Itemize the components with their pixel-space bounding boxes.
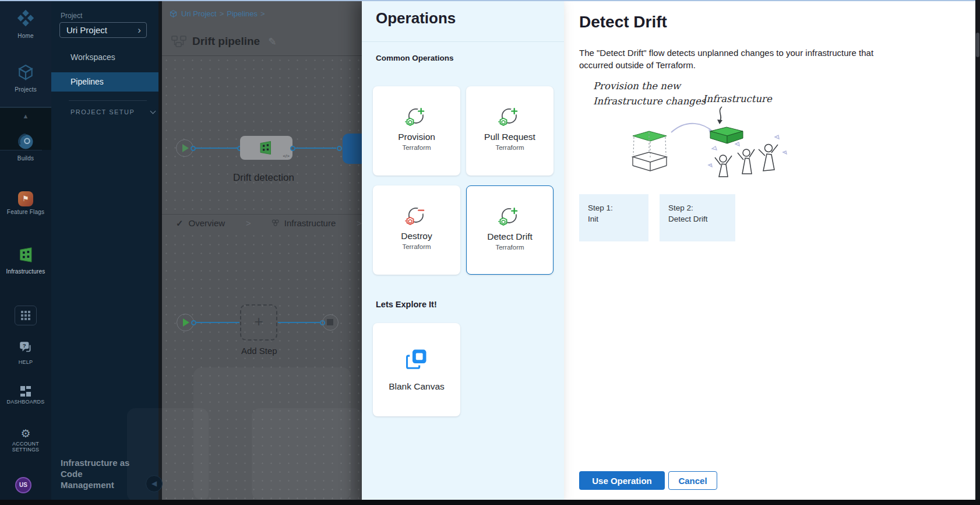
sidebar-item-label: Workspaces <box>70 52 115 62</box>
user-avatar[interactable]: US <box>15 477 31 493</box>
detail-title: Detect Drift <box>579 13 667 31</box>
operation-card-provision[interactable]: Provision Terraform <box>373 86 460 176</box>
detail-description: The "Detect Drift" flow detects unplanne… <box>579 47 882 71</box>
step-label: Step 1: <box>588 202 648 213</box>
connector-dot <box>191 146 196 151</box>
blank-canvas-card[interactable]: Blank Canvas <box>373 323 460 416</box>
connector-line <box>196 322 239 323</box>
illustration-label-right: Infrastructure <box>703 93 773 104</box>
sidebar-item-help[interactable]: ? HELP <box>0 341 51 365</box>
feature-flags-icon: ⚑ <box>18 191 33 206</box>
play-icon <box>182 144 189 152</box>
checkmark-icon: ✓ <box>176 218 184 229</box>
explore-heading: Lets Explore It! <box>376 300 437 309</box>
destroy-remove-icon <box>404 204 429 227</box>
step-label: Step 2: <box>668 202 735 213</box>
sidebar-item-workspaces[interactable]: Workspaces <box>51 48 158 67</box>
infrastructure-tab-icon <box>271 218 280 228</box>
connector-line <box>278 322 320 323</box>
sidebar-item-dashboards[interactable]: DASHBOARDS <box>0 386 51 405</box>
sidebar-item-feature-flags[interactable]: ⚑ Feature Flags <box>0 191 51 215</box>
home-icon <box>16 8 36 28</box>
nav-label: DASHBOARDS <box>0 399 51 405</box>
breadcrumb-pipelines-link[interactable]: Pipelines <box>227 9 258 18</box>
builds-icon <box>17 133 34 150</box>
page-title: Drift pipeline <box>192 35 260 48</box>
operation-card-pull-request[interactable]: Pull Request Terraform <box>466 86 554 176</box>
detect-drift-illustration: Provision the new Infrastructure changes… <box>579 78 801 185</box>
sidebar-item-label: Pipelines <box>70 77 104 86</box>
app-root: Home Projects ▲ Builds ⚑ Feature Flags <box>0 0 980 505</box>
project-sidebar: Project Uri Project › Workspaces Pipelin… <box>51 0 158 505</box>
sidebar-item-builds[interactable]: Builds <box>0 133 51 162</box>
connector-line <box>196 148 238 149</box>
edit-pencil-icon[interactable]: ✎ <box>268 36 276 48</box>
drawer-divider <box>362 41 564 42</box>
play-icon <box>183 318 189 327</box>
nav-label: Feature Flags <box>0 209 51 215</box>
cube-icon <box>169 9 178 18</box>
detect-drift-add-icon <box>497 205 523 228</box>
sidebar-item-infrastructures[interactable]: Infrastructures <box>0 246 51 275</box>
cancel-button[interactable]: Cancel <box>668 471 717 490</box>
connector-dot <box>290 146 295 151</box>
sidebar-item-home[interactable]: Home <box>0 8 51 39</box>
module-title: Infrastructure as Code Management <box>61 457 132 490</box>
sidebar-collapse-handle[interactable]: ◀ <box>146 475 163 492</box>
tab-infrastructure[interactable]: Infrastructure <box>284 218 336 228</box>
scrollbar-thumb[interactable] <box>976 33 979 57</box>
nav-label: HELP <box>0 359 51 365</box>
step-name: Init <box>588 213 648 225</box>
operation-card-detect-drift[interactable]: Detect Drift Terraform <box>466 185 554 275</box>
module-nav-rail: Home Projects ▲ Builds ⚑ Feature Flags <box>0 0 51 505</box>
sidebar-item-pipelines[interactable]: Pipelines <box>51 72 158 92</box>
add-step-node[interactable]: + <box>240 304 277 341</box>
connector-dot <box>191 320 196 325</box>
operation-card-title: Provision <box>373 132 460 142</box>
operation-card-title: Pull Request <box>466 132 554 142</box>
rail-collapse-chevron-up-icon[interactable]: ▲ <box>0 113 51 120</box>
connector-line <box>295 148 336 149</box>
module-switcher-button[interactable] <box>15 306 37 325</box>
nav-label: Builds <box>0 155 51 162</box>
infrastructure-stage-icon <box>258 140 273 156</box>
code-icon: </> <box>283 153 290 159</box>
breadcrumb: Uri Project>Pipelines> <box>169 9 268 18</box>
project-setup-toggle[interactable]: PROJECT SETUP <box>70 108 155 115</box>
infrastructures-icon <box>17 246 34 264</box>
common-operations-heading: Common Operations <box>376 54 454 62</box>
pipeline-end-node[interactable] <box>322 314 339 331</box>
operation-card-subtitle: Terraform <box>467 244 553 251</box>
project-selector[interactable]: Uri Project › <box>59 22 147 38</box>
connector-dot <box>337 146 342 151</box>
tab-overview[interactable]: Overview <box>189 218 225 228</box>
breadcrumb-project-link[interactable]: Uri Project <box>181 9 217 18</box>
chevron-right-icon: › <box>138 23 141 37</box>
project-selector-value: Uri Project <box>66 25 107 35</box>
blank-canvas-icon <box>405 348 428 371</box>
step-box-2: Step 2: Detect Drift <box>660 194 735 241</box>
operation-card-destroy[interactable]: Destroy Terraform <box>373 185 460 275</box>
window-bottom-bar <box>0 500 980 505</box>
window-top-border <box>0 0 980 1</box>
operation-card-subtitle: Terraform <box>373 144 460 151</box>
chevron-down-icon <box>150 108 156 114</box>
gear-icon: ⚙ <box>20 427 30 440</box>
help-chat-icon: ? <box>18 341 33 355</box>
use-operation-button[interactable]: Use Operation <box>579 471 665 490</box>
breadcrumb-separator: > <box>220 9 224 18</box>
cube-icon <box>16 63 35 82</box>
sidebar-item-account-settings[interactable]: ⚙ ACCOUNT SETTINGS <box>0 428 51 453</box>
canvas-grid-top <box>162 56 362 214</box>
breadcrumb-separator: > <box>260 9 265 18</box>
dashboards-icon <box>20 386 31 397</box>
provision-add-icon <box>404 105 429 128</box>
window-scrollbar[interactable] <box>975 0 980 505</box>
project-section-label: Project <box>61 12 82 20</box>
project-setup-label: PROJECT SETUP <box>70 108 135 115</box>
sidebar-item-projects[interactable]: Projects <box>0 63 51 93</box>
stage-node-drift-detection[interactable]: </> <box>240 136 292 160</box>
step-name: Detect Drift <box>668 213 735 225</box>
operation-card-subtitle: Terraform <box>373 243 460 250</box>
illustration-label-left-1: Provision the new <box>593 80 682 92</box>
